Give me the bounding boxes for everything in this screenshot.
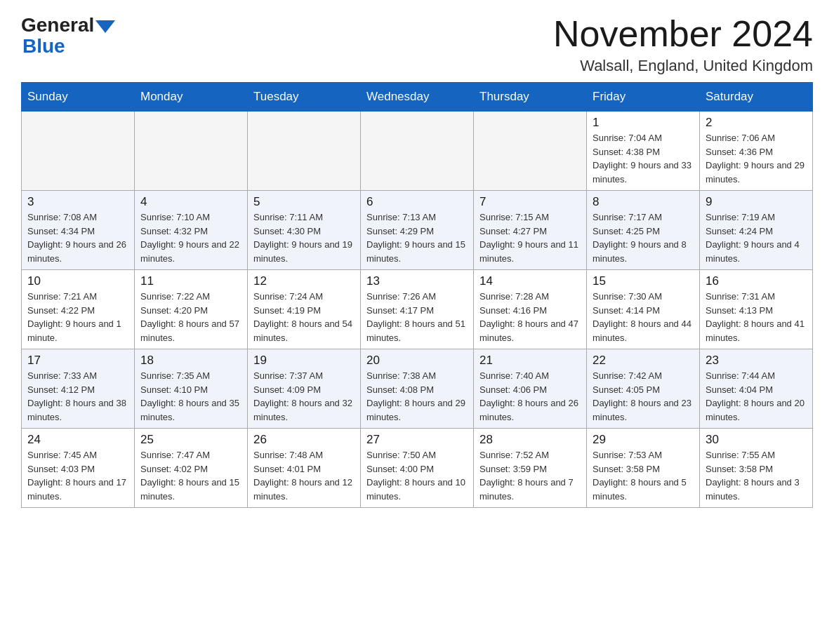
day-info: Sunrise: 7:48 AM Sunset: 4:01 PM Dayligh…: [253, 448, 355, 503]
calendar-table: SundayMondayTuesdayWednesdayThursdayFrid…: [21, 82, 813, 508]
calendar-cell: 22Sunrise: 7:42 AM Sunset: 4:05 PM Dayli…: [587, 349, 700, 429]
calendar-cell: 5Sunrise: 7:11 AM Sunset: 4:30 PM Daylig…: [248, 191, 361, 270]
calendar-cell: 16Sunrise: 7:31 AM Sunset: 4:13 PM Dayli…: [700, 270, 813, 349]
column-header-wednesday: Wednesday: [361, 83, 474, 112]
location-subtitle: Walsall, England, United Kingdom: [553, 57, 813, 75]
calendar-week-row: 24Sunrise: 7:45 AM Sunset: 4:03 PM Dayli…: [22, 429, 813, 508]
calendar-cell: 4Sunrise: 7:10 AM Sunset: 4:32 PM Daylig…: [135, 191, 248, 270]
day-number: 7: [479, 195, 581, 209]
calendar-cell: 12Sunrise: 7:24 AM Sunset: 4:19 PM Dayli…: [248, 270, 361, 349]
calendar-cell: 8Sunrise: 7:17 AM Sunset: 4:25 PM Daylig…: [587, 191, 700, 270]
day-number: 10: [27, 274, 128, 288]
calendar-cell: 3Sunrise: 7:08 AM Sunset: 4:34 PM Daylig…: [22, 191, 135, 270]
calendar-cell: 9Sunrise: 7:19 AM Sunset: 4:24 PM Daylig…: [700, 191, 813, 270]
day-number: 6: [366, 195, 468, 209]
day-number: 12: [253, 274, 355, 288]
day-info: Sunrise: 7:28 AM Sunset: 4:16 PM Dayligh…: [479, 290, 581, 344]
day-number: 16: [706, 274, 807, 288]
calendar-cell: [474, 112, 587, 191]
day-info: Sunrise: 7:04 AM Sunset: 4:38 PM Dayligh…: [593, 131, 694, 186]
calendar-cell: [135, 112, 248, 191]
day-number: 25: [140, 433, 241, 447]
day-info: Sunrise: 7:35 AM Sunset: 4:10 PM Dayligh…: [140, 369, 241, 424]
day-number: 21: [479, 354, 581, 368]
day-info: Sunrise: 7:33 AM Sunset: 4:12 PM Dayligh…: [27, 369, 128, 424]
column-header-friday: Friday: [587, 83, 700, 112]
calendar-cell: 19Sunrise: 7:37 AM Sunset: 4:09 PM Dayli…: [248, 349, 361, 429]
calendar-week-row: 3Sunrise: 7:08 AM Sunset: 4:34 PM Daylig…: [22, 191, 813, 270]
calendar-week-row: 1Sunrise: 7:04 AM Sunset: 4:38 PM Daylig…: [22, 112, 813, 191]
calendar-cell: 21Sunrise: 7:40 AM Sunset: 4:06 PM Dayli…: [474, 349, 587, 429]
day-number: 4: [140, 195, 241, 209]
day-number: 8: [593, 195, 694, 209]
calendar-cell: 1Sunrise: 7:04 AM Sunset: 4:38 PM Daylig…: [587, 112, 700, 191]
calendar-cell: [22, 112, 135, 191]
day-number: 11: [140, 274, 241, 288]
day-info: Sunrise: 7:52 AM Sunset: 3:59 PM Dayligh…: [479, 448, 581, 503]
calendar-week-row: 10Sunrise: 7:21 AM Sunset: 4:22 PM Dayli…: [22, 270, 813, 349]
calendar-cell: 2Sunrise: 7:06 AM Sunset: 4:36 PM Daylig…: [700, 112, 813, 191]
day-info: Sunrise: 7:55 AM Sunset: 3:58 PM Dayligh…: [706, 448, 807, 503]
day-number: 23: [706, 354, 807, 368]
day-info: Sunrise: 7:38 AM Sunset: 4:08 PM Dayligh…: [366, 369, 468, 424]
day-info: Sunrise: 7:44 AM Sunset: 4:04 PM Dayligh…: [706, 369, 807, 424]
calendar-cell: 11Sunrise: 7:22 AM Sunset: 4:20 PM Dayli…: [135, 270, 248, 349]
calendar-cell: 28Sunrise: 7:52 AM Sunset: 3:59 PM Dayli…: [474, 429, 587, 508]
month-title: November 2024: [553, 14, 813, 54]
day-number: 26: [253, 433, 355, 447]
logo-general-text: General: [21, 14, 94, 36]
day-info: Sunrise: 7:42 AM Sunset: 4:05 PM Dayligh…: [593, 369, 694, 424]
day-info: Sunrise: 7:53 AM Sunset: 3:58 PM Dayligh…: [593, 448, 694, 503]
calendar-cell: 26Sunrise: 7:48 AM Sunset: 4:01 PM Dayli…: [248, 429, 361, 508]
column-header-monday: Monday: [135, 83, 248, 112]
day-number: 5: [253, 195, 355, 209]
calendar-cell: 24Sunrise: 7:45 AM Sunset: 4:03 PM Dayli…: [22, 429, 135, 508]
day-info: Sunrise: 7:22 AM Sunset: 4:20 PM Dayligh…: [140, 290, 241, 344]
calendar-cell: 7Sunrise: 7:15 AM Sunset: 4:27 PM Daylig…: [474, 191, 587, 270]
day-info: Sunrise: 7:30 AM Sunset: 4:14 PM Dayligh…: [593, 290, 694, 344]
calendar-week-row: 17Sunrise: 7:33 AM Sunset: 4:12 PM Dayli…: [22, 349, 813, 429]
day-info: Sunrise: 7:45 AM Sunset: 4:03 PM Dayligh…: [27, 448, 128, 503]
day-number: 22: [593, 354, 694, 368]
day-info: Sunrise: 7:13 AM Sunset: 4:29 PM Dayligh…: [366, 210, 468, 265]
day-info: Sunrise: 7:26 AM Sunset: 4:17 PM Dayligh…: [366, 290, 468, 344]
day-number: 17: [27, 354, 128, 368]
day-info: Sunrise: 7:37 AM Sunset: 4:09 PM Dayligh…: [253, 369, 355, 424]
day-number: 2: [706, 116, 807, 130]
column-header-thursday: Thursday: [474, 83, 587, 112]
day-number: 13: [366, 274, 468, 288]
day-number: 29: [593, 433, 694, 447]
day-info: Sunrise: 7:50 AM Sunset: 4:00 PM Dayligh…: [366, 448, 468, 503]
day-info: Sunrise: 7:31 AM Sunset: 4:13 PM Dayligh…: [706, 290, 807, 344]
day-number: 20: [366, 354, 468, 368]
day-info: Sunrise: 7:08 AM Sunset: 4:34 PM Dayligh…: [27, 210, 128, 265]
calendar-cell: 17Sunrise: 7:33 AM Sunset: 4:12 PM Dayli…: [22, 349, 135, 429]
calendar-cell: 18Sunrise: 7:35 AM Sunset: 4:10 PM Dayli…: [135, 349, 248, 429]
day-info: Sunrise: 7:40 AM Sunset: 4:06 PM Dayligh…: [479, 369, 581, 424]
day-info: Sunrise: 7:10 AM Sunset: 4:32 PM Dayligh…: [140, 210, 241, 265]
day-number: 9: [706, 195, 807, 209]
calendar-cell: 29Sunrise: 7:53 AM Sunset: 3:58 PM Dayli…: [587, 429, 700, 508]
day-number: 18: [140, 354, 241, 368]
page-header: General Blue November 2024 Walsall, Engl…: [21, 14, 813, 75]
day-info: Sunrise: 7:15 AM Sunset: 4:27 PM Dayligh…: [479, 210, 581, 265]
calendar-cell: 15Sunrise: 7:30 AM Sunset: 4:14 PM Dayli…: [587, 270, 700, 349]
day-number: 24: [27, 433, 128, 447]
column-header-tuesday: Tuesday: [248, 83, 361, 112]
calendar-cell: 27Sunrise: 7:50 AM Sunset: 4:00 PM Dayli…: [361, 429, 474, 508]
logo-blue-text: Blue: [22, 35, 65, 58]
day-number: 3: [27, 195, 128, 209]
column-header-saturday: Saturday: [700, 83, 813, 112]
calendar-cell: 30Sunrise: 7:55 AM Sunset: 3:58 PM Dayli…: [700, 429, 813, 508]
day-number: 19: [253, 354, 355, 368]
day-info: Sunrise: 7:47 AM Sunset: 4:02 PM Dayligh…: [140, 448, 241, 503]
calendar-cell: 14Sunrise: 7:28 AM Sunset: 4:16 PM Dayli…: [474, 270, 587, 349]
calendar-cell: 10Sunrise: 7:21 AM Sunset: 4:22 PM Dayli…: [22, 270, 135, 349]
day-info: Sunrise: 7:24 AM Sunset: 4:19 PM Dayligh…: [253, 290, 355, 344]
calendar-cell: 13Sunrise: 7:26 AM Sunset: 4:17 PM Dayli…: [361, 270, 474, 349]
day-info: Sunrise: 7:06 AM Sunset: 4:36 PM Dayligh…: [706, 131, 807, 186]
calendar-cell: [361, 112, 474, 191]
day-number: 27: [366, 433, 468, 447]
calendar-header-row: SundayMondayTuesdayWednesdayThursdayFrid…: [22, 83, 813, 112]
logo: General Blue: [21, 14, 115, 58]
